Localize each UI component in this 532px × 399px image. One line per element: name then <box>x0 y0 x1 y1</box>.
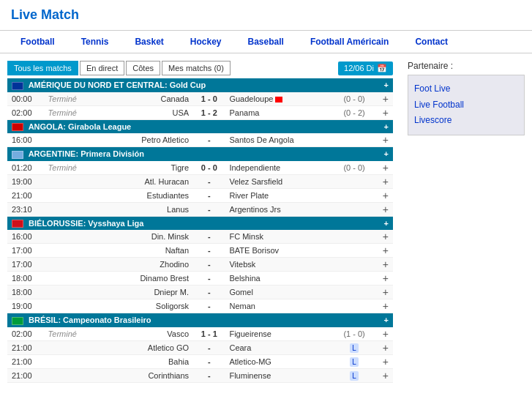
match-status <box>44 244 94 258</box>
league-flag-icon <box>12 123 23 131</box>
match-time: 02:00 <box>7 327 44 341</box>
home-team: Naftan <box>94 244 193 258</box>
partenaire-link[interactable]: Livescore <box>414 113 518 129</box>
match-time: 21:00 <box>7 188 44 202</box>
nav-item-football-americain[interactable]: Football Américain <box>297 31 402 53</box>
add-match-button[interactable]: + <box>375 230 393 244</box>
match-score: - <box>193 133 225 147</box>
add-match-button[interactable]: + <box>375 202 393 216</box>
partenaire-link[interactable]: Foot Live <box>414 81 518 97</box>
away-team: Figueirense <box>225 327 334 341</box>
add-match-button[interactable]: + <box>375 133 393 147</box>
nav-item-basket[interactable]: Basket <box>121 31 176 53</box>
add-match-button[interactable]: + <box>375 174 393 188</box>
home-team: Canada <box>94 92 193 106</box>
match-result: (0 - 0) <box>334 92 375 106</box>
league-plus-icon[interactable]: + <box>384 81 389 89</box>
match-score: 1 - 0 <box>193 92 225 106</box>
match-result <box>334 299 375 313</box>
league-name: BIÉLORUSSIE: Vysshaya Liga <box>29 219 143 228</box>
add-match-button[interactable]: + <box>375 340 393 354</box>
match-time: 21:00 <box>7 368 44 382</box>
match-result: L <box>334 354 375 368</box>
nav-item-football[interactable]: Football <box>7 31 68 53</box>
league-name: AMÉRIQUE DU NORD ET CENTRAL: Gold Cup <box>29 81 206 89</box>
away-flag-icon <box>275 97 282 102</box>
add-match-button[interactable]: + <box>375 258 393 272</box>
league-plus-icon[interactable]: + <box>384 149 389 158</box>
live-badge: L <box>350 343 359 353</box>
league-flag-icon <box>12 317 23 325</box>
match-time: 02:00 <box>7 105 44 119</box>
tab-mes-matchs-(0)[interactable]: Mes matchs (0) <box>162 61 231 75</box>
away-team: Atletico-MG <box>225 354 334 368</box>
nav-item-hockey[interactable]: Hockey <box>177 31 235 53</box>
away-team: Vitebsk <box>225 258 334 272</box>
league-plus-icon[interactable]: + <box>384 316 389 324</box>
table-row: 00:00 Terminé Canada 1 - 0 Guadeloupe (0… <box>7 92 393 106</box>
add-match-button[interactable]: + <box>375 354 393 368</box>
add-match-button[interactable]: + <box>375 272 393 286</box>
league-flag-icon <box>12 151 23 159</box>
nav-item-tennis[interactable]: Tennis <box>68 31 122 53</box>
league-row: ANGOLA: Girabola League + <box>7 119 393 133</box>
home-team: Atl. Huracan <box>94 174 193 188</box>
match-time: 00:00 <box>7 92 44 106</box>
league-plus-icon[interactable]: + <box>384 219 389 228</box>
match-status <box>44 354 94 368</box>
add-match-button[interactable]: + <box>375 105 393 119</box>
match-status <box>44 188 94 202</box>
table-row: 19:00 Atl. Huracan - Velez Sarsfield + <box>7 174 393 188</box>
away-team: Belshina <box>225 272 334 286</box>
league-row: BRÉSIL: Campeonato Brasileiro + <box>7 313 393 327</box>
add-match-button[interactable]: + <box>375 368 393 382</box>
match-score: - <box>193 230 225 244</box>
match-score: - <box>193 354 225 368</box>
away-team: River Plate <box>225 188 334 202</box>
add-match-button[interactable]: + <box>375 286 393 299</box>
home-team: Corinthians <box>94 368 193 382</box>
add-match-button[interactable]: + <box>375 92 393 106</box>
match-status: Terminé <box>44 92 94 106</box>
match-result <box>334 133 375 147</box>
match-status <box>44 133 94 147</box>
match-status <box>44 230 94 244</box>
league-flag-icon <box>12 82 23 90</box>
calendar-icon[interactable]: 📅 <box>377 64 387 73</box>
match-result: (1 - 0) <box>334 327 375 341</box>
sidebar: Partenaire : Foot LiveLive FootballLives… <box>400 57 532 387</box>
match-time: 21:00 <box>7 340 44 354</box>
add-match-button[interactable]: + <box>375 244 393 258</box>
nav-item-baseball[interactable]: Baseball <box>235 31 297 53</box>
match-status <box>44 286 94 299</box>
match-result: L <box>334 340 375 354</box>
match-time: 17:00 <box>7 258 44 272</box>
home-team: Vasco <box>94 327 193 341</box>
league-plus-icon[interactable]: + <box>384 122 389 131</box>
match-time: 23:10 <box>7 202 44 216</box>
partenaire-box: Foot LiveLive FootballLivescore <box>408 75 525 135</box>
match-time: 19:00 <box>7 299 44 313</box>
match-time: 21:00 <box>7 354 44 368</box>
away-team: FC Minsk <box>225 230 334 244</box>
add-match-button[interactable]: + <box>375 327 393 341</box>
add-match-button[interactable]: + <box>375 161 393 175</box>
tab-en-direct[interactable]: En direct <box>80 61 124 75</box>
main-nav: FootballTennisBasketHockeyBaseballFootba… <box>0 30 532 53</box>
match-status: Terminé <box>44 161 94 175</box>
add-match-button[interactable]: + <box>375 188 393 202</box>
match-status <box>44 258 94 272</box>
tab-tous-les-matchs[interactable]: Tous les matchs <box>7 61 78 75</box>
tab-côtes[interactable]: Côtes <box>126 61 160 75</box>
match-status <box>44 174 94 188</box>
partenaire-link[interactable]: Live Football <box>414 97 518 113</box>
live-badge: L <box>350 371 359 381</box>
date-label: 12/06 Di <box>344 64 374 72</box>
table-row: 17:00 Zhodino - Vitebsk + <box>7 258 393 272</box>
add-match-button[interactable]: + <box>375 299 393 313</box>
away-team: Gomel <box>225 286 334 299</box>
league-name: ANGOLA: Girabola League <box>29 122 132 131</box>
match-time: 18:00 <box>7 286 44 299</box>
table-row: 21:00 Corinthians - Fluminense L + <box>7 368 393 382</box>
nav-item-contact[interactable]: Contact <box>402 31 461 53</box>
